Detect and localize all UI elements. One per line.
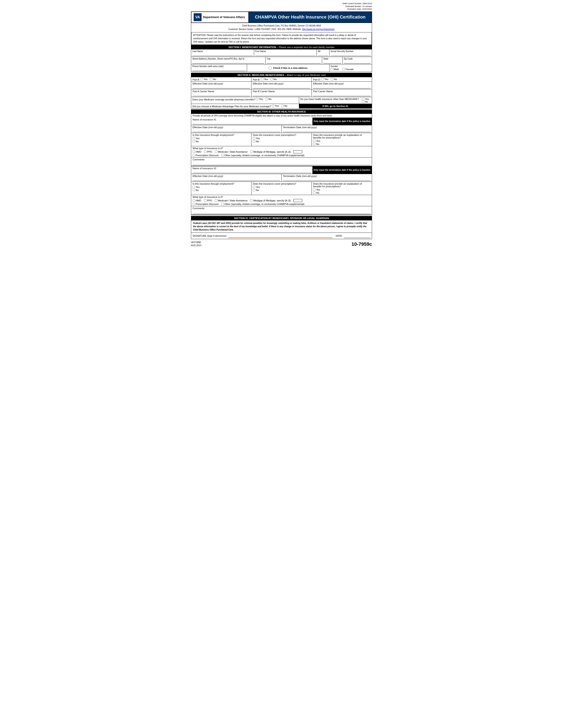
ins2-other[interactable]: Other (specialty, limited coverage, or e… (221, 203, 305, 205)
ins1-expl-no[interactable]: No (313, 143, 369, 145)
contact-website[interactable]: http://www.va.gov/purchasedcare (302, 28, 335, 30)
street-field[interactable] (192, 60, 264, 64)
ins2-hmo[interactable]: HMO (192, 199, 201, 202)
ins2-expl-no[interactable]: No (313, 191, 369, 194)
first-name-cell: First Name (254, 49, 317, 57)
carrier-names-row: Part A Carrier Name Part B Carrier Name … (191, 89, 372, 97)
new-address-checkbox[interactable] (269, 67, 271, 69)
ins1-prescriptions-cell: Does the insurance cover prescriptions? … (251, 133, 312, 146)
ins1-name-field[interactable] (192, 121, 311, 124)
ins2-presc-discount[interactable]: Prescription Discount (192, 203, 218, 205)
ins2-presc-no[interactable]: No (253, 189, 309, 191)
signature-field[interactable] (228, 234, 333, 238)
advantage-cell: Did you choose a Medicare Advantage Plan… (191, 104, 299, 108)
ins2-comments-field[interactable] (192, 210, 371, 214)
ins2-medigap[interactable]: Medigap (if Medigap, specify [A-J]) (250, 199, 291, 202)
part-b-carrier-field[interactable] (253, 93, 310, 96)
first-name-field[interactable] (255, 53, 316, 56)
ins1-term-field[interactable] (283, 129, 371, 132)
ins2-term-cell: Termination Date (mm-dd-yyyy) (282, 174, 372, 182)
part-carrier-cell: Part Carrier Name (312, 89, 372, 97)
ins2-type-row: What type of insurance is it? HMO PPO Me… (191, 195, 372, 206)
ins1-medigap-field[interactable] (294, 150, 302, 153)
female-option[interactable]: Female (343, 68, 354, 71)
va-dept-name: Department of Veterans Affairs (203, 15, 245, 19)
part-a-eff-field[interactable] (192, 85, 250, 88)
ins1-emp-no[interactable]: No (192, 140, 248, 143)
male-checkbox[interactable] (331, 68, 333, 70)
female-checkbox[interactable] (343, 68, 345, 70)
part-b-no[interactable]: No (270, 78, 276, 81)
part-d-yes[interactable]: Yes (321, 78, 328, 81)
ins1-type-row: What type of insurance is it? HMO PPO Me… (191, 146, 372, 158)
ins2-eff-field[interactable] (192, 177, 280, 181)
ins2-name-field[interactable] (192, 170, 311, 173)
ins1-expl-yes[interactable]: Yes (313, 140, 369, 142)
street-cell: Street Address (Number, Street name/PO B… (191, 57, 265, 64)
city-label: City (267, 58, 321, 60)
omb-info: OMB Control Number: 2900-0219 Estimated … (191, 2, 372, 11)
new-address-cell: Check if this is a new address (247, 64, 330, 72)
zip-label: Zip Code (344, 58, 371, 60)
pharmacy-no[interactable]: No (265, 98, 271, 100)
phone-label: Phone Number (with area code) (192, 65, 246, 68)
advantage-no[interactable]: No (281, 105, 288, 107)
ins2-name-label: Name of insurance #2 (192, 167, 216, 170)
ins1-presc-discount[interactable]: Prescription Discount (192, 154, 218, 157)
other-ins-no[interactable]: No (362, 100, 368, 103)
ins2-ppo[interactable]: PPO (204, 199, 212, 202)
male-option[interactable]: Male (331, 68, 339, 71)
advantage-yes[interactable]: Yes (272, 105, 279, 107)
ins1-comments-row: Comments: (191, 158, 372, 166)
part-b-eff-field[interactable] (253, 85, 310, 88)
part-carrier-field[interactable] (313, 93, 371, 96)
ins2-medigap-field[interactable] (294, 199, 302, 202)
ins1-eff-field[interactable] (192, 129, 280, 132)
ins2-presc-yes[interactable]: Yes (253, 186, 309, 188)
ins1-comments-field[interactable] (192, 162, 371, 165)
part-a-yes[interactable]: Yes (200, 78, 207, 81)
ins1-hmo[interactable]: HMO (192, 150, 201, 153)
phone-field[interactable] (192, 68, 246, 71)
section4-header: SECTION IV: CERTIFICATION BY BENEFICIARY… (191, 216, 372, 220)
ssn-field[interactable] (331, 53, 371, 56)
address-row: Street Address (Number, Street name/PO B… (191, 57, 372, 64)
ins2-medicaid[interactable]: Medicaid / State Assistance (215, 199, 248, 202)
ins1-medicaid[interactable]: Medicaid / State Assistance (215, 150, 248, 153)
last-name-field[interactable] (192, 53, 253, 56)
attention-text: ATTENTION: Please read the instructions … (193, 34, 367, 43)
ins1-name-label: Name of insurance #1 (192, 118, 216, 121)
va-logo: VA Department of Veterans Affairs (194, 13, 245, 21)
first-name-label: First Name (255, 50, 316, 53)
ins1-emp-yes[interactable]: Yes (192, 137, 248, 140)
signature-row: SIGNATURE (type if electronic): DATE: (191, 233, 372, 239)
zip-field[interactable] (344, 60, 371, 64)
part-d-eff-field[interactable] (313, 85, 371, 88)
ins1-medigap[interactable]: Medigap (if Medigap, specify [A-J]) (250, 150, 291, 153)
ins1-presc-yes[interactable]: Yes (253, 137, 309, 140)
va-form-label: VA FORM (191, 241, 201, 244)
ins2-emp-yes[interactable]: Yes (192, 186, 248, 188)
ins1-other[interactable]: Other (specialty, limited coverage, or e… (221, 154, 305, 157)
pharmacy-yes[interactable]: Yes (256, 98, 263, 100)
part-a-no[interactable]: No (210, 78, 216, 81)
state-field[interactable] (323, 60, 341, 64)
ins1-presc-no[interactable]: No (253, 140, 309, 143)
city-field[interactable] (267, 60, 321, 64)
ins2-term-field[interactable] (283, 177, 371, 181)
contact-line1: Chief Business Office Purchased Care, PO… (192, 24, 371, 28)
ins1-eff-cell: Effective Date (mm-dd-yyyy) (191, 125, 282, 133)
mi-field[interactable] (318, 53, 328, 56)
ins2-comments-row: Comments: (191, 206, 372, 215)
part-b-yes[interactable]: Yes (261, 78, 268, 81)
date-field[interactable] (344, 234, 371, 238)
ins2-expl-yes[interactable]: Yes (313, 188, 369, 191)
part-d-no[interactable]: No (331, 78, 337, 81)
eff-dates-row: Effective Date (mm-dd-yyyy) Effective Da… (191, 82, 372, 89)
insurance1-block: Name of insurance #1 Only input the term… (191, 118, 372, 166)
ins1-ppo[interactable]: PPO (204, 150, 212, 153)
state-cell: State (322, 57, 343, 64)
ins2-emp-no[interactable]: No (192, 189, 248, 191)
other-ins-yes[interactable]: Yes (362, 98, 369, 100)
part-a-carrier-field[interactable] (192, 93, 250, 96)
